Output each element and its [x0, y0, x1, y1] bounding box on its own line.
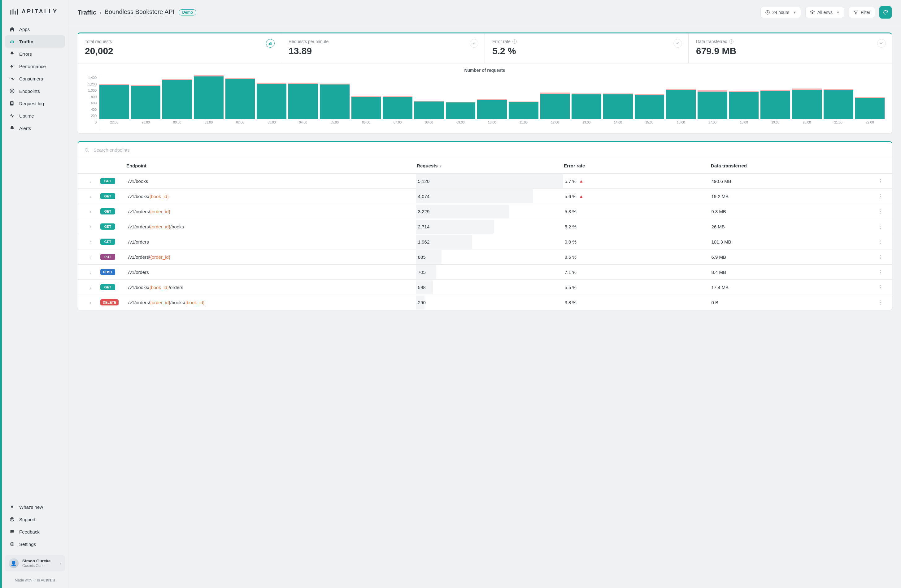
table-row[interactable]: ›GET/v1/orders/{order_id}/books2,7145.2 …: [77, 219, 892, 234]
sidebar-item-support[interactable]: Support: [5, 513, 65, 526]
chart-bar[interactable]: 18:00: [729, 70, 759, 124]
table-row[interactable]: ›GET/v1/orders1,9620.0 %101.3 MB⋮: [77, 234, 892, 249]
sidebar-item-performance[interactable]: Performance: [5, 60, 65, 72]
user-menu[interactable]: 👤 Simon Gurcke Cosmic Code ›: [5, 555, 65, 571]
sidebar-item-uptime[interactable]: Uptime: [5, 110, 65, 122]
expand-row-button[interactable]: ›: [83, 265, 98, 279]
chart-bar[interactable]: 12:00: [540, 70, 570, 124]
expand-row-button[interactable]: ›: [83, 235, 98, 249]
table-row[interactable]: ›GET/v1/orders/{order_id}3,2295.3 %9.3 M…: [77, 204, 892, 219]
th-requests[interactable]: Requests▼: [415, 158, 562, 173]
expand-row-button[interactable]: ›: [83, 174, 98, 188]
sidebar-item-apps[interactable]: Apps: [5, 23, 65, 35]
chart-bar[interactable]: 02:00: [225, 70, 255, 124]
row-actions-button[interactable]: ⋮: [874, 235, 887, 249]
chevron-down-icon: ▼: [793, 11, 797, 14]
search-input[interactable]: [93, 147, 885, 153]
th-data[interactable]: Data transferred: [709, 158, 874, 173]
refresh-button[interactable]: [879, 6, 892, 19]
sidebar-item-errors[interactable]: Errors: [5, 48, 65, 60]
help-icon[interactable]: ?: [729, 39, 734, 44]
expand-row-button[interactable]: ›: [83, 296, 98, 310]
svg-rect-18: [269, 44, 270, 45]
table-row[interactable]: ›GET/v1/books/{book_id}/orders5985.5 %17…: [77, 280, 892, 295]
chart-bar[interactable]: 06:00: [351, 70, 381, 124]
logo[interactable]: APITALLY: [2, 0, 68, 21]
row-actions-button[interactable]: ⋮: [874, 189, 887, 203]
metric-error-rate[interactable]: Error rate ?5.2 %: [485, 33, 689, 63]
sidebar-item-what's-new[interactable]: What's new: [5, 501, 65, 513]
chart-bar[interactable]: 23:00: [131, 70, 161, 124]
breadcrumb-root[interactable]: Traffic: [78, 9, 96, 16]
expand-row-button[interactable]: ›: [83, 190, 98, 203]
chart-bar[interactable]: 04:00: [288, 70, 318, 124]
data-transferred-value: 6.9 MB: [709, 250, 874, 264]
breadcrumb-leaf[interactable]: Boundless Bookstore API: [104, 8, 175, 16]
table-row[interactable]: ›DELETE/v1/orders/{order_id}/books/{book…: [77, 295, 892, 310]
chart-bar[interactable]: 16:00: [666, 70, 696, 124]
metric-data-transferred[interactable]: Data transferred ?679.9 MB: [689, 33, 892, 63]
sidebar-item-alerts[interactable]: Alerts: [5, 122, 65, 134]
row-actions-button[interactable]: ⋮: [874, 219, 887, 234]
chart-type-icon[interactable]: [877, 39, 886, 48]
chart-bar[interactable]: 07:00: [383, 70, 412, 124]
chart-bar[interactable]: 22:00: [100, 70, 129, 124]
expand-row-button[interactable]: ›: [83, 205, 98, 218]
requests-value: 1,962: [418, 239, 430, 244]
row-actions-button[interactable]: ⋮: [874, 280, 887, 294]
svg-rect-19: [270, 42, 271, 45]
row-actions-button[interactable]: ⋮: [874, 265, 887, 279]
svg-point-10: [12, 91, 12, 91]
chart-bar[interactable]: 01:00: [194, 70, 224, 124]
chart-type-icon[interactable]: [266, 39, 274, 48]
chart-bar[interactable]: 00:00: [162, 70, 192, 124]
row-actions-button[interactable]: ⋮: [874, 204, 887, 218]
sidebar-item-request-log[interactable]: Request log: [5, 97, 65, 110]
chart-bar[interactable]: 15:00: [635, 70, 664, 124]
time-range-picker[interactable]: 24 hours ▼: [761, 7, 801, 18]
chart-bar[interactable]: 10:00: [477, 70, 507, 124]
sidebar-item-endpoints[interactable]: Endpoints: [5, 85, 65, 97]
expand-row-button[interactable]: ›: [83, 250, 98, 264]
chart-type-icon[interactable]: [470, 39, 479, 48]
metric-total-requests[interactable]: Total requests20,002: [77, 33, 281, 63]
filter-button[interactable]: Filter: [849, 7, 875, 18]
traffic-icon: [9, 39, 15, 44]
chart-bar[interactable]: 17:00: [698, 70, 727, 124]
requests-value: 4,074: [418, 194, 430, 199]
chart-bar[interactable]: 14:00: [603, 70, 633, 124]
chart-bar[interactable]: 05:00: [320, 70, 349, 124]
row-actions-button[interactable]: ⋮: [874, 174, 887, 188]
sidebar-item-label: Performance: [19, 64, 46, 69]
chart-bar[interactable]: 08:00: [414, 70, 444, 124]
chart-bar[interactable]: 20:00: [792, 70, 822, 124]
apps-icon: [9, 26, 15, 32]
chart-type-icon[interactable]: [673, 39, 682, 48]
expand-row-button[interactable]: ›: [83, 280, 98, 294]
chart-bar[interactable]: 22:00: [855, 70, 885, 124]
table-row[interactable]: ›GET/v1/books5,1205.7 %▲490.6 MB⋮: [77, 174, 892, 189]
chart-bar[interactable]: 11:00: [509, 70, 538, 124]
row-actions-button[interactable]: ⋮: [874, 250, 887, 264]
chart-bar[interactable]: 03:00: [257, 70, 287, 124]
table-row[interactable]: ›GET/v1/books/{book_id}4,0745.6 %▲19.2 M…: [77, 189, 892, 204]
row-actions-button[interactable]: ⋮: [874, 295, 887, 310]
chart-bar[interactable]: 13:00: [572, 70, 601, 124]
sidebar-item-traffic[interactable]: Traffic: [5, 35, 65, 48]
table-row[interactable]: ›PUT/v1/orders/{order_id}8858.6 %6.9 MB⋮: [77, 249, 892, 264]
chart-bar[interactable]: 19:00: [761, 70, 790, 124]
sidebar-item-feedback[interactable]: Feedback: [5, 526, 65, 538]
help-icon[interactable]: ?: [513, 39, 517, 44]
chart-bar[interactable]: 09:00: [446, 70, 475, 124]
th-error-rate[interactable]: Error rate: [562, 158, 709, 173]
sidebar-item-consumers[interactable]: Consumers: [5, 72, 65, 85]
expand-row-button[interactable]: ›: [83, 220, 98, 234]
env-picker[interactable]: All envs ▼: [805, 7, 844, 18]
sidebar-item-label: Traffic: [19, 39, 33, 44]
chart-y-axis: 1,4001,2001,0008006004002000: [85, 75, 99, 130]
sidebar-item-settings[interactable]: Settings: [5, 538, 65, 550]
chart-bar[interactable]: 21:00: [824, 70, 853, 124]
th-endpoint[interactable]: Endpoint: [83, 158, 415, 173]
metric-requests-per-minute[interactable]: Requests per minute13.89: [281, 33, 485, 63]
table-row[interactable]: ›POST/v1/orders7057.1 %8.4 MB⋮: [77, 264, 892, 280]
